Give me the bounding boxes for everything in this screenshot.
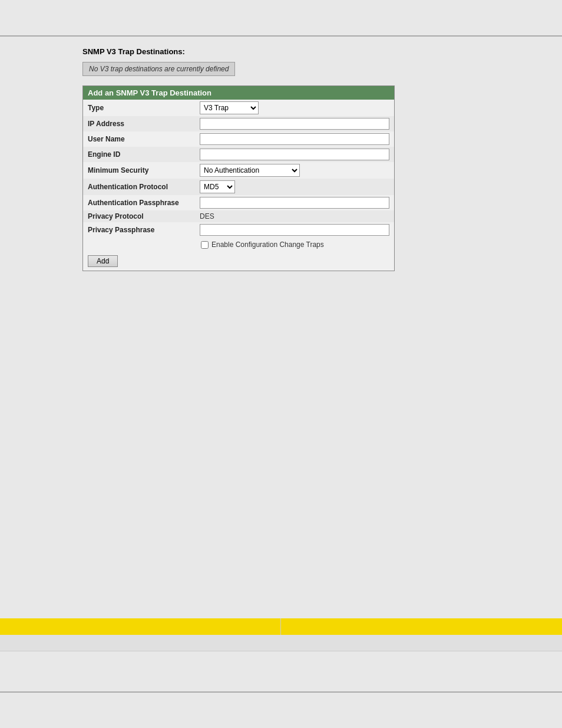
yellow-bar xyxy=(0,618,562,635)
checkbox-label: Enable Configuration Change Traps xyxy=(211,241,324,249)
bottom-border xyxy=(0,691,562,693)
gray-row xyxy=(0,635,562,651)
min-security-select[interactable]: No Authentication Authentication Privacy xyxy=(200,164,300,177)
no-destinations-message: No V3 trap destinations are currently de… xyxy=(82,62,235,76)
top-border xyxy=(0,35,562,37)
checkbox-row: Enable Configuration Change Traps xyxy=(83,238,394,252)
add-button[interactable]: Add xyxy=(88,255,118,267)
min-security-label: Minimum Security xyxy=(88,166,200,174)
ip-address-label: IP Address xyxy=(88,120,200,128)
user-name-row: User Name xyxy=(83,131,394,147)
page-wrapper: SNMP V3 Trap Destinations: No V3 trap de… xyxy=(0,0,562,728)
bottom-section xyxy=(0,618,562,651)
auth-protocol-label: Authentication Protocol xyxy=(88,183,200,191)
privacy-protocol-value: DES xyxy=(200,212,389,220)
user-name-input[interactable] xyxy=(200,133,389,145)
form-container: Add an SNMP V3 Trap Destination Type V3 … xyxy=(82,85,395,271)
engine-id-input[interactable] xyxy=(200,149,389,160)
form-header: Add an SNMP V3 Trap Destination xyxy=(83,86,394,100)
privacy-passphrase-control xyxy=(200,224,389,236)
min-security-row: Minimum Security No Authentication Authe… xyxy=(83,162,394,179)
auth-passphrase-input[interactable] xyxy=(200,197,389,209)
privacy-passphrase-row: Privacy Passphrase xyxy=(83,222,394,238)
user-name-control xyxy=(200,133,389,145)
privacy-protocol-row: Privacy Protocol DES xyxy=(83,210,394,222)
min-security-control: No Authentication Authentication Privacy xyxy=(200,164,389,177)
privacy-passphrase-input[interactable] xyxy=(200,224,389,236)
enable-config-change-checkbox[interactable] xyxy=(201,241,209,249)
auth-passphrase-row: Authentication Passphrase xyxy=(83,195,394,210)
yellow-bar-left xyxy=(0,618,281,635)
auth-passphrase-control xyxy=(200,197,389,209)
type-label: Type xyxy=(88,104,200,112)
form-body: Type V3 Trap Trap Inform IP Address xyxy=(83,100,394,271)
auth-protocol-row: Authentication Protocol MD5 SHA xyxy=(83,179,394,195)
auth-protocol-select[interactable]: MD5 SHA xyxy=(200,180,235,193)
user-name-label: User Name xyxy=(88,135,200,143)
engine-id-control xyxy=(200,149,389,160)
yellow-bar-right xyxy=(281,618,562,635)
auth-passphrase-label: Authentication Passphrase xyxy=(88,199,200,207)
main-content: SNMP V3 Trap Destinations: No V3 trap de… xyxy=(0,0,562,295)
ip-address-row: IP Address xyxy=(83,116,394,131)
privacy-passphrase-label: Privacy Passphrase xyxy=(88,226,200,234)
section-title: SNMP V3 Trap Destinations: xyxy=(82,47,480,56)
auth-protocol-control: MD5 SHA xyxy=(200,180,389,193)
privacy-protocol-label: Privacy Protocol xyxy=(88,212,200,220)
engine-id-row: Engine ID xyxy=(83,147,394,162)
type-row: Type V3 Trap Trap Inform xyxy=(83,100,394,116)
engine-id-label: Engine ID xyxy=(88,150,200,159)
type-select[interactable]: V3 Trap Trap Inform xyxy=(200,101,259,114)
ip-address-input[interactable] xyxy=(200,118,389,130)
add-row: Add xyxy=(83,252,394,271)
privacy-protocol-static: DES xyxy=(200,212,214,220)
type-control: V3 Trap Trap Inform xyxy=(200,101,389,114)
ip-address-control xyxy=(200,118,389,130)
